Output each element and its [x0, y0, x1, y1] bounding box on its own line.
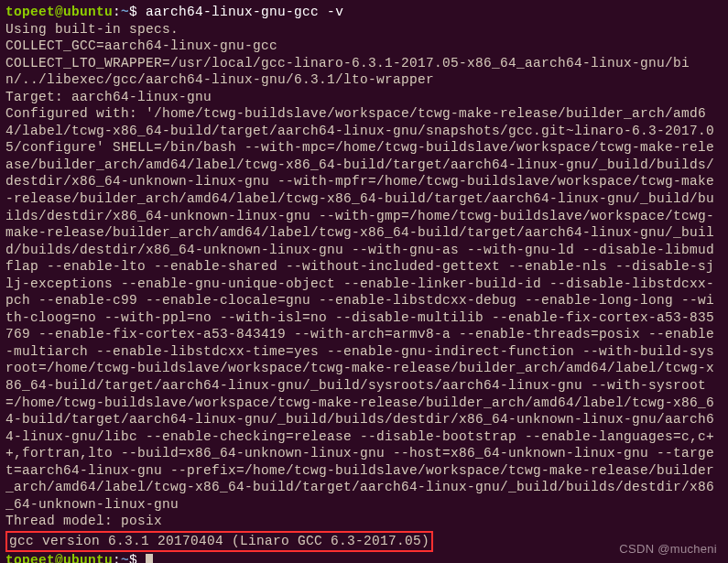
prompt-path: ~	[121, 553, 129, 564]
terminal[interactable]: topeet@ubuntu:~$ aarch64-linux-gnu-gcc -…	[5, 4, 723, 563]
prompt-user-host: topeet@ubuntu	[5, 5, 113, 19]
prompt-dollar: $	[129, 553, 137, 564]
output-collect-gcc: COLLECT_GCC=aarch64-linux-gnu-gcc	[5, 38, 723, 55]
prompt-user-host: topeet@ubuntu	[5, 553, 113, 564]
command-input[interactable]: aarch64-linux-gnu-gcc -v	[146, 5, 343, 19]
output-configured: Configured with: '/home/tcwg-buildslave/…	[5, 105, 723, 513]
prompt-path: ~	[121, 5, 129, 19]
output-lto-wrapper: COLLECT_LTO_WRAPPER=/usr/local/gcc-linar…	[5, 55, 723, 89]
output-target: Target: aarch64-linux-gnu	[5, 89, 723, 106]
output-version: gcc version 6.3.1 20170404 (Linaro GCC 6…	[9, 534, 429, 548]
watermark: CSDN @mucheni	[619, 542, 717, 558]
prompt-colon: :	[113, 553, 121, 564]
output-thread-model: Thread model: posix	[5, 513, 723, 530]
cursor-icon	[146, 554, 153, 563]
prompt-line-1: topeet@ubuntu:~$ aarch64-linux-gnu-gcc -…	[5, 4, 723, 21]
prompt-dollar: $	[129, 5, 137, 19]
prompt-colon: :	[113, 5, 121, 19]
prompt-line-2: topeet@ubuntu:~$	[5, 552, 723, 564]
highlighted-version: gcc version 6.3.1 20170404 (Linaro GCC 6…	[5, 531, 433, 552]
output-specs: Using built-in specs.	[5, 21, 723, 38]
